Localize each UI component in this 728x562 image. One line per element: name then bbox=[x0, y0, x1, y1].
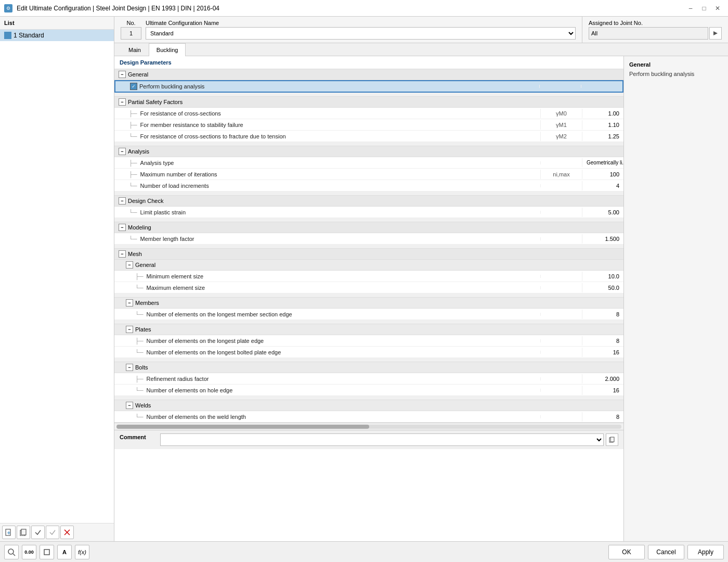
tab-buckling[interactable]: Buckling bbox=[149, 43, 186, 56]
tab-main[interactable]: Main bbox=[121, 43, 149, 56]
assigned-browse-button[interactable] bbox=[709, 27, 722, 40]
right-panel: No. Ultimate Configuration Name Standard bbox=[114, 17, 728, 541]
section-mesh-header[interactable]: − Mesh bbox=[114, 249, 623, 260]
content-area: List 1 Standard bbox=[0, 17, 728, 541]
min-element-row[interactable]: ├─ Minimum element size 10.0 bbox=[114, 271, 623, 282]
load-increments-sym bbox=[540, 184, 582, 187]
member-stability-row[interactable]: ├─ For member resistance to stability fa… bbox=[114, 119, 623, 131]
refinement-radius-value: 2.000 bbox=[582, 374, 623, 384]
list-item-label: 1 Standard bbox=[14, 32, 44, 39]
elements-weld-label: └─ Number of elements on the weld length bbox=[114, 412, 540, 422]
section-welds-label: Welds bbox=[135, 402, 151, 408]
member-stability-sym: γM1 bbox=[540, 120, 582, 130]
cross-section-resistance-label: ├─ For resistance of cross-sections bbox=[114, 109, 540, 118]
member-length-row[interactable]: └─ Member length factor 1.500 bbox=[114, 233, 623, 245]
cross-section-resistance-row[interactable]: ├─ For resistance of cross-sections γM0 … bbox=[114, 108, 623, 119]
max-element-row[interactable]: └─ Maximum element size 50.0 bbox=[114, 282, 623, 293]
collapse-plates-icon: − bbox=[126, 326, 133, 333]
window-title: Edit Ultimate Configuration | Steel Join… bbox=[17, 5, 219, 12]
elements-longest-plate-sym bbox=[540, 339, 582, 342]
close-button[interactable]: ✕ bbox=[711, 2, 724, 15]
section-analysis-header[interactable]: − Analysis bbox=[114, 146, 623, 157]
section-modeling-header[interactable]: − Modeling bbox=[114, 222, 623, 233]
min-element-sym bbox=[540, 275, 582, 278]
load-increments-value: 4 bbox=[582, 181, 623, 190]
limit-plastic-row[interactable]: └─ Limit plastic strain 5.00 bbox=[114, 207, 623, 218]
analysis-type-label: ├─ Analysis type bbox=[114, 158, 540, 168]
svg-rect-4 bbox=[21, 529, 26, 535]
elements-weld-row[interactable]: └─ Number of elements on the weld length… bbox=[114, 411, 623, 423]
fracture-tension-sym: γM2 bbox=[540, 132, 582, 141]
section-plates-header[interactable]: − Plates bbox=[114, 324, 623, 335]
config-number-section: No. bbox=[121, 20, 141, 40]
design-parameters-panel: Design Parameters − General ✓ Perform bu… bbox=[114, 56, 624, 541]
config-number-input[interactable] bbox=[121, 27, 141, 40]
zero-button[interactable]: 0.00 bbox=[22, 545, 36, 559]
comment-label-container: Comment bbox=[120, 433, 156, 441]
elements-weld-value: 8 bbox=[582, 412, 623, 422]
refinement-radius-row[interactable]: ├─ Refinement radius factor 2.000 bbox=[114, 373, 623, 385]
max-iterations-value: 100 bbox=[582, 170, 623, 179]
cancel-button[interactable]: Cancel bbox=[648, 545, 684, 559]
uncheck-button[interactable] bbox=[46, 526, 59, 539]
collapse-mesh-icon: − bbox=[119, 250, 126, 258]
elements-longest-member-row[interactable]: └─ Number of elements on the longest mem… bbox=[114, 309, 623, 320]
no-label: No. bbox=[126, 20, 135, 26]
load-increments-row[interactable]: └─ Number of load increments 4 bbox=[114, 180, 623, 191]
assigned-input[interactable] bbox=[589, 27, 708, 40]
copy-icon bbox=[20, 529, 27, 536]
fracture-tension-row[interactable]: └─ For resistance of cross-sections to f… bbox=[114, 131, 623, 142]
check-button[interactable] bbox=[31, 526, 45, 539]
text-button[interactable]: A bbox=[57, 545, 72, 559]
comment-label: Comment bbox=[120, 434, 146, 440]
elements-hole-sym bbox=[540, 389, 582, 392]
elements-longest-plate-row[interactable]: ├─ Number of elements on the longest pla… bbox=[114, 335, 623, 347]
analysis-type-row[interactable]: ├─ Analysis type Geometrically li... bbox=[114, 157, 623, 169]
title-bar: ⚙ Edit Ultimate Configuration | Steel Jo… bbox=[0, 0, 728, 17]
collapse-analysis-icon: − bbox=[119, 148, 126, 155]
section-partial-safety-header[interactable]: − Partial Safety Factors bbox=[114, 97, 623, 108]
minimize-button[interactable]: – bbox=[684, 2, 697, 15]
horizontal-scrollbar[interactable] bbox=[116, 425, 621, 429]
max-iterations-row[interactable]: ├─ Maximum number of iterations ni,max 1… bbox=[114, 169, 623, 180]
comment-copy-button[interactable] bbox=[606, 433, 618, 446]
config-header: No. Ultimate Configuration Name Standard bbox=[114, 17, 728, 43]
min-element-label: ├─ Minimum element size bbox=[114, 272, 540, 281]
comment-input-row bbox=[160, 433, 618, 446]
section-mesh-general-header[interactable]: − General bbox=[114, 260, 623, 271]
section-general-header[interactable]: − General bbox=[114, 69, 623, 80]
max-element-value: 50.0 bbox=[582, 283, 623, 292]
elements-hole-row[interactable]: └─ Number of elements on hole edge 16 bbox=[114, 385, 623, 396]
cross-section-sym: γM0 bbox=[540, 109, 582, 118]
perform-buckling-checkbox[interactable]: ✓ bbox=[130, 83, 137, 90]
perform-buckling-row[interactable]: ✓ Perform buckling analysis bbox=[114, 80, 623, 93]
max-iterations-sym: ni,max bbox=[540, 170, 582, 179]
apply-button[interactable]: Apply bbox=[687, 545, 724, 559]
config-name-section: Ultimate Configuration Name Standard bbox=[146, 20, 576, 40]
elements-longest-bolted-row[interactable]: └─ Number of elements on the longest bol… bbox=[114, 347, 623, 358]
rect-button[interactable] bbox=[40, 545, 54, 559]
config-right-section: Assigned to Joint No. bbox=[582, 17, 728, 43]
collapse-mesh-general-icon: − bbox=[126, 261, 133, 269]
checkbox-cell: ✓ Perform buckling analysis bbox=[130, 83, 204, 90]
list-item[interactable]: 1 Standard bbox=[0, 30, 114, 41]
section-bolts-header[interactable]: − Bolts bbox=[114, 362, 623, 373]
section-design-check-header[interactable]: − Design Check bbox=[114, 196, 623, 207]
horizontal-scrollbar-thumb[interactable] bbox=[116, 425, 369, 429]
magnify-button[interactable] bbox=[4, 545, 19, 559]
load-increments-label: └─ Number of load increments bbox=[114, 181, 540, 190]
function-button[interactable]: f(x) bbox=[75, 545, 89, 559]
ok-button[interactable]: OK bbox=[608, 545, 645, 559]
refinement-radius-sym bbox=[540, 377, 582, 380]
config-name-label: Ultimate Configuration Name bbox=[146, 20, 576, 26]
section-general-label: General bbox=[128, 71, 148, 78]
section-modeling-label: Modeling bbox=[128, 224, 151, 231]
section-members-header[interactable]: − Members bbox=[114, 298, 623, 309]
config-name-select[interactable]: Standard bbox=[146, 27, 576, 40]
section-welds-header[interactable]: − Welds bbox=[114, 400, 623, 411]
new-button[interactable] bbox=[2, 526, 16, 539]
copy-button[interactable] bbox=[17, 526, 30, 539]
delete-button[interactable] bbox=[60, 526, 74, 539]
comment-select[interactable] bbox=[160, 433, 604, 446]
maximize-button[interactable]: □ bbox=[698, 2, 710, 15]
